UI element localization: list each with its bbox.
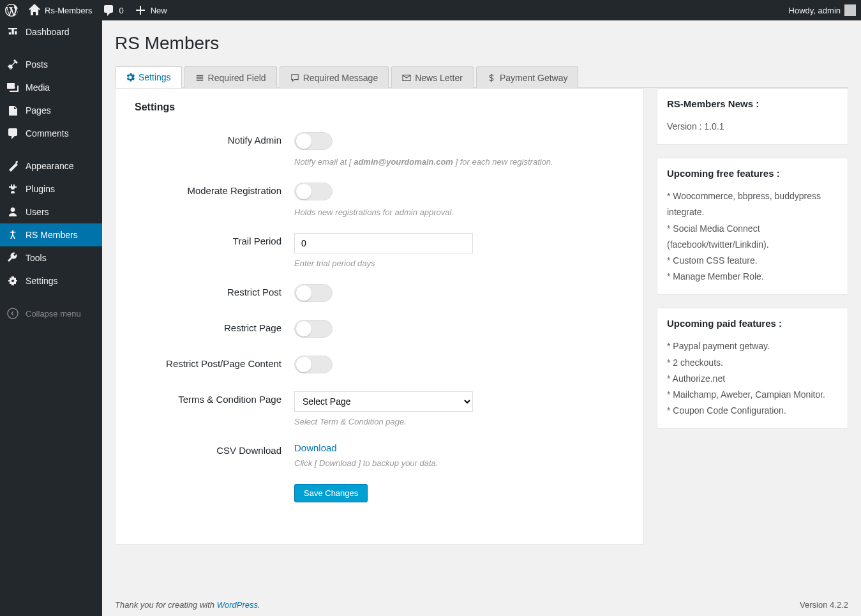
menu-posts[interactable]: Posts	[0, 53, 102, 76]
tab-settings[interactable]: Settings	[115, 66, 182, 88]
new-content-link[interactable]: New	[134, 4, 167, 17]
admin-bar: Rs-Members 0 New Howdy, admin	[0, 0, 861, 20]
label-restrict-content: Restrict Post/Page Content	[135, 356, 294, 375]
menu-label: Comments	[26, 128, 69, 139]
menu-label: Plugins	[26, 184, 55, 194]
tab-required-message[interactable]: Required Message	[280, 66, 389, 88]
site-name-text: Rs-Members	[45, 6, 92, 15]
menu-tools[interactable]: Tools	[0, 246, 102, 269]
toggle-restrict-page[interactable]	[294, 320, 333, 338]
home-icon	[28, 4, 41, 17]
tab-news-letter[interactable]: News Letter	[391, 66, 474, 88]
menu-pages[interactable]: Pages	[0, 99, 102, 122]
news-version: Version : 1.0.1	[667, 119, 838, 135]
plus-icon	[134, 4, 147, 17]
tab-label: Settings	[139, 72, 171, 82]
menu-plugins[interactable]: Plugins	[0, 177, 102, 200]
select-terms-page[interactable]: Select Page	[294, 391, 473, 412]
main-body: RS Members Settings Required Field Requi…	[102, 20, 861, 583]
tab-label: Required Field	[208, 73, 266, 83]
tab-payment-getway[interactable]: Payment Getway	[476, 66, 579, 88]
free-item: * Manage Member Role.	[667, 269, 838, 285]
comment-icon	[102, 4, 115, 17]
menu-settings[interactable]: Settings	[0, 269, 102, 292]
admin-menu: Dashboard Posts Media Pages Comments App…	[0, 20, 102, 583]
menu-media[interactable]: Media	[0, 76, 102, 99]
plugins-icon	[6, 183, 19, 195]
section-title: Settings	[135, 101, 624, 113]
label-moderate: Moderate Registration	[135, 183, 294, 217]
link-download-csv[interactable]: Download	[294, 442, 337, 453]
paid-item: * Mailchamp, Aweber, Campian Monitor.	[667, 387, 838, 403]
collapse-menu[interactable]: Collapse menu	[0, 302, 102, 325]
howdy-text: Howdy, admin	[789, 6, 841, 15]
menu-label: Tools	[26, 253, 47, 263]
free-item: * Woocommerce, bbpress, buddypress integ…	[667, 188, 838, 220]
pages-icon	[6, 104, 19, 117]
tab-label: Payment Getway	[500, 73, 568, 83]
site-name-link[interactable]: Rs-Members	[28, 4, 92, 17]
collapse-label: Collapse menu	[26, 309, 81, 319]
paid-item: * Coupon Code Configuration.	[667, 403, 838, 419]
menu-comments[interactable]: Comments	[0, 122, 102, 145]
desc-trail: Enter trial period days	[294, 259, 624, 268]
tab-required-field[interactable]: Required Field	[184, 66, 277, 88]
label-csv: CSV Download	[135, 442, 294, 468]
menu-separator	[0, 296, 102, 299]
mail-icon	[402, 73, 411, 82]
menu-label: Appearance	[26, 161, 74, 171]
dollar-icon	[487, 73, 496, 82]
news-box: RS-Members News : Version : 1.0.1	[657, 88, 848, 145]
svg-point-0	[8, 308, 18, 319]
tools-icon	[6, 252, 19, 264]
tab-label: Required Message	[303, 73, 378, 83]
comments-link[interactable]: 0	[102, 4, 123, 17]
menu-label: Users	[26, 207, 49, 217]
menu-users[interactable]: Users	[0, 200, 102, 223]
paid-features-box: Upcoming paid features : * Paypal paymen…	[657, 308, 848, 429]
free-title: Upcoming free features :	[667, 168, 838, 179]
toggle-moderate[interactable]	[294, 183, 333, 200]
avatar	[844, 4, 856, 16]
toggle-restrict-content[interactable]	[294, 356, 333, 373]
pin-icon	[6, 58, 19, 71]
save-button[interactable]: Save Changes	[294, 484, 368, 502]
desc-csv: Click [ Download ] to backup your data.	[294, 458, 624, 468]
desc-moderate: Holds new registrations for admin approv…	[294, 207, 624, 217]
paid-item: * Authorize.net	[667, 371, 838, 387]
page-title: RS Members	[115, 33, 848, 54]
menu-label: Pages	[26, 105, 51, 116]
media-icon	[6, 81, 19, 94]
paid-title: Upcoming paid features :	[667, 318, 838, 329]
wordpress-icon	[5, 4, 18, 17]
label-restrict-page: Restrict Page	[135, 320, 294, 340]
new-label: New	[151, 6, 167, 15]
input-trail-period[interactable]	[294, 233, 473, 253]
paid-item: * Paypal payment getway.	[667, 338, 838, 354]
toggle-restrict-post[interactable]	[294, 284, 333, 302]
free-features-box: Upcoming free features : * Woocommerce, …	[657, 158, 848, 295]
settings-icon	[6, 274, 19, 287]
chat-icon	[290, 73, 299, 82]
free-item: * Custom CSS feature.	[667, 253, 838, 269]
howdy-link[interactable]: Howdy, admin	[789, 4, 856, 16]
wp-logo[interactable]	[5, 4, 18, 17]
menu-appearance[interactable]: Appearance	[0, 154, 102, 177]
menu-label: Posts	[26, 59, 48, 70]
menu-dashboard[interactable]: Dashboard	[0, 20, 102, 43]
appearance-icon	[6, 160, 19, 172]
list-icon	[195, 73, 204, 82]
paid-item: * 2 checkouts.	[667, 355, 838, 371]
dashboard-icon	[6, 26, 19, 38]
label-trail: Trail Period	[135, 233, 294, 268]
toggle-notify-admin[interactable]	[294, 132, 333, 150]
tab-nav: Settings Required Field Required Message…	[115, 66, 848, 88]
settings-panel: Settings Notify Admin Notify email at [ …	[115, 88, 644, 545]
accessibility-icon	[6, 229, 19, 241]
menu-label: RS Members	[26, 230, 78, 240]
menu-label: Settings	[26, 276, 58, 286]
comments-icon	[6, 127, 19, 140]
desc-notify-admin: Notify email at [ admin@yourdomain.com ]…	[294, 157, 624, 167]
label-terms: Terms & Condition Page	[135, 391, 294, 426]
menu-rs-members[interactable]: RS Members	[0, 223, 102, 246]
